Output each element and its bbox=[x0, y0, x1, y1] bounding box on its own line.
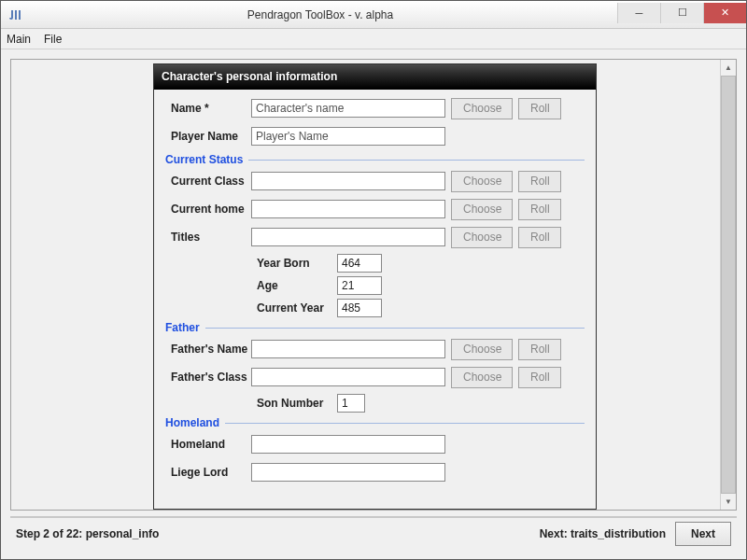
scroll-down-icon[interactable]: ▼ bbox=[721, 494, 736, 510]
panel-body: Name * Choose Roll Player Name Current S… bbox=[154, 90, 596, 500]
menubar: Main File bbox=[1, 29, 746, 49]
homeland-input[interactable] bbox=[251, 435, 445, 454]
fathers-name-input[interactable] bbox=[251, 340, 445, 358]
panel-title: Character's personal information bbox=[154, 64, 596, 90]
son-number-input[interactable] bbox=[337, 394, 365, 413]
titlebar: Pendragon ToolBox - v. alpha ─ ☐ ✕ bbox=[1, 1, 746, 29]
section-father: Father bbox=[165, 321, 585, 334]
year-born-input[interactable] bbox=[337, 254, 382, 273]
scroll-thumb[interactable] bbox=[721, 76, 736, 494]
maximize-button[interactable]: ☐ bbox=[660, 3, 703, 23]
current-class-choose-button[interactable]: Choose bbox=[451, 171, 513, 192]
menu-main[interactable]: Main bbox=[7, 33, 31, 46]
label-current-class: Current Class bbox=[165, 175, 251, 188]
current-class-input[interactable] bbox=[251, 172, 445, 190]
label-current-year: Current Year bbox=[257, 301, 331, 315]
label-homeland: Homeland bbox=[165, 438, 251, 451]
personal-info-panel: Character's personal information Name * … bbox=[153, 63, 597, 510]
label-fathers-class: Father's Class bbox=[165, 371, 251, 384]
client-area: Character's personal information Name * … bbox=[1, 49, 746, 559]
label-current-home: Current home bbox=[165, 203, 251, 216]
name-choose-button[interactable]: Choose bbox=[451, 98, 513, 119]
section-current-status: Current Status bbox=[165, 153, 585, 166]
liege-lord-input[interactable] bbox=[251, 463, 445, 482]
fathers-name-choose-button[interactable]: Choose bbox=[451, 339, 513, 360]
label-fathers-name: Father's Name bbox=[165, 343, 251, 356]
step-indicator: Step 2 of 22: personal_info bbox=[16, 527, 159, 540]
window-title: Pendragon ToolBox - v. alpha bbox=[23, 8, 617, 21]
scroll-container: Character's personal information Name * … bbox=[10, 59, 737, 511]
current-class-roll-button[interactable]: Roll bbox=[518, 171, 561, 192]
next-step-label: Next: traits_distribution bbox=[540, 527, 666, 540]
label-son-number: Son Number bbox=[257, 397, 331, 410]
java-icon bbox=[8, 7, 23, 22]
player-name-input[interactable] bbox=[251, 127, 445, 146]
label-titles: Titles bbox=[165, 231, 251, 244]
current-home-choose-button[interactable]: Choose bbox=[451, 199, 513, 220]
label-player-name: Player Name bbox=[165, 130, 251, 143]
titles-choose-button[interactable]: Choose bbox=[451, 227, 513, 248]
fathers-class-input[interactable] bbox=[251, 368, 445, 386]
next-button[interactable]: Next bbox=[675, 522, 731, 546]
name-input[interactable] bbox=[251, 99, 445, 118]
fathers-class-choose-button[interactable]: Choose bbox=[451, 367, 513, 388]
form-viewport: Character's personal information Name * … bbox=[11, 60, 720, 510]
vertical-scrollbar[interactable]: ▲ ▼ bbox=[720, 60, 736, 510]
fathers-class-roll-button[interactable]: Roll bbox=[518, 367, 561, 388]
current-home-input[interactable] bbox=[251, 200, 445, 218]
close-button[interactable]: ✕ bbox=[703, 3, 746, 23]
titles-roll-button[interactable]: Roll bbox=[518, 227, 561, 248]
current-home-roll-button[interactable]: Roll bbox=[518, 199, 561, 220]
label-year-born: Year Born bbox=[257, 257, 331, 270]
current-year-input[interactable] bbox=[337, 299, 382, 317]
age-input[interactable] bbox=[337, 276, 382, 295]
scroll-track[interactable] bbox=[721, 76, 736, 494]
section-homeland: Homeland bbox=[165, 416, 585, 429]
fathers-name-roll-button[interactable]: Roll bbox=[518, 339, 561, 360]
label-name: Name * bbox=[165, 102, 251, 115]
app-window: Pendragon ToolBox - v. alpha ─ ☐ ✕ Main … bbox=[0, 0, 747, 560]
scroll-up-icon[interactable]: ▲ bbox=[721, 60, 736, 76]
label-age: Age bbox=[257, 279, 331, 292]
titles-input[interactable] bbox=[251, 228, 445, 246]
window-controls: ─ ☐ ✕ bbox=[617, 3, 746, 23]
menu-file[interactable]: File bbox=[44, 33, 62, 46]
label-liege-lord: Liege Lord bbox=[165, 466, 251, 479]
name-roll-button[interactable]: Roll bbox=[518, 98, 561, 119]
footer-bar: Step 2 of 22: personal_info Next: traits… bbox=[10, 516, 737, 550]
minimize-button[interactable]: ─ bbox=[617, 3, 660, 23]
